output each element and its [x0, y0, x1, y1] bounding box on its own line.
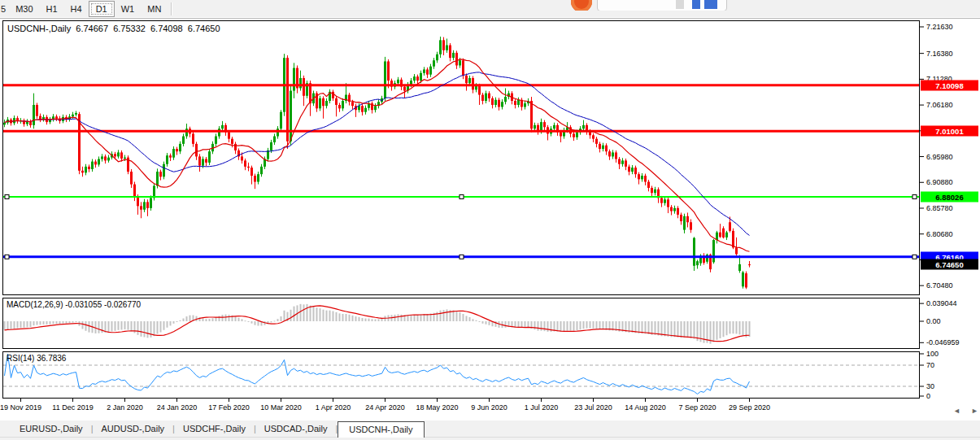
timeframe-button-w1[interactable]: W1	[115, 1, 142, 17]
hline-price-badge: 7.10098	[921, 80, 978, 90]
macd-tick-label: 0.00	[926, 317, 941, 325]
ohlc-high: 6.75332	[113, 24, 146, 33]
hline-price-badge: 7.01001	[921, 126, 978, 137]
blue-icon	[692, 0, 700, 9]
macd-signal-value: -0.026770	[104, 300, 141, 309]
price-tick-label: 6.85780	[926, 204, 953, 212]
macd-main-value: -0.031055	[65, 300, 102, 309]
date-tick-label: 11 Dec 2019	[52, 403, 93, 412]
date-tick-label: 17 Feb 2020	[208, 403, 250, 412]
timeframe-button-mn[interactable]: MN	[141, 1, 168, 17]
broker-logo-inner	[564, 0, 739, 11]
hline-price-badge: 6.88026	[921, 192, 978, 203]
price-tick-label: 7.16380	[926, 50, 953, 58]
rsi-tick-label: 100	[926, 350, 939, 358]
grid-icon	[676, 0, 684, 9]
rsi-tick-label: 70	[926, 361, 934, 369]
chart-tab-bar: EURUSD-,Daily|AUDUSD-,Daily|USDCHF-,Dail…	[0, 420, 980, 437]
rsi-tick-label: 30	[926, 382, 934, 390]
ohlc-close: 6.74650	[188, 24, 220, 33]
date-tick-label: 18 May 2020	[416, 403, 458, 412]
ohlc-low: 6.74098	[150, 24, 183, 33]
date-tick-label: 29 Sep 2020	[729, 403, 770, 412]
date-tick-label: 1 Jul 2020	[525, 403, 559, 412]
status-strip	[0, 437, 980, 440]
price-tick-label: 7.06180	[926, 101, 953, 109]
date-tick-label: 7 Sep 2020	[678, 403, 716, 412]
rsi-pane[interactable]	[2, 351, 920, 399]
scroll-right-arrow[interactable]: ►	[971, 407, 978, 415]
price-tick-label: 6.95980	[926, 153, 953, 161]
mt4-chart-window: 5M30H1H4D1W1MN USDCNH-,Daily 6.74667 6.7…	[0, 0, 980, 440]
toolbar-separator	[171, 2, 172, 15]
date-tick-label: 23 Jul 2020	[574, 403, 612, 412]
date-tick-label: 2 Jan 2020	[107, 403, 143, 412]
logo-orange-circle-icon	[571, 0, 592, 11]
chart-tab-usdcnh[interactable]: USDCNH-,Daily	[338, 421, 424, 438]
price-tick-label: 6.90880	[926, 178, 953, 186]
timeframe-button-h4[interactable]: H4	[64, 1, 89, 17]
price-chart-pane[interactable]	[2, 20, 920, 295]
date-tick-label: 14 Aug 2020	[625, 403, 666, 412]
rsi-name: RSI(14)	[7, 354, 34, 363]
rsi-indicator-label: RSI(14) 36.7836	[7, 354, 66, 363]
macd-indicator-label: MACD(12,26,9) -0.031055 -0.026770	[7, 300, 141, 309]
macd-tick-label: -0.046959	[926, 338, 960, 346]
rsi-tick-label: 0	[926, 392, 930, 400]
price-tick-label: 6.70480	[926, 281, 953, 290]
chart-tab-eurusd[interactable]: EURUSD-,Daily	[11, 421, 91, 437]
date-tick-label: 19 Nov 2019	[0, 403, 41, 412]
macd-name: MACD(12,26,9)	[7, 300, 63, 309]
macd-tick-label: 0.039044	[926, 299, 957, 307]
date-tick-label: 24 Apr 2020	[365, 403, 405, 412]
date-tick-label: 10 Mar 2020	[260, 403, 302, 412]
chart-tab-usdchf[interactable]: USDCHF-,Daily	[175, 421, 254, 437]
timeframe-button-5[interactable]: 5	[0, 1, 9, 17]
broker-logo	[564, 0, 739, 11]
scroll-left-arrow[interactable]: ◄	[953, 407, 960, 415]
rsi-value: 36.7836	[37, 354, 66, 363]
timeframe-button-h1[interactable]: H1	[40, 1, 64, 17]
price-tick-label: 7.21630	[926, 23, 953, 31]
timeframe-button-m30[interactable]: M30	[9, 1, 39, 17]
ohlc-open: 6.74667	[76, 24, 108, 33]
price-tick-label: 6.80680	[926, 230, 953, 238]
timeframe-toolbar: 5M30H1H4D1W1MN	[0, 0, 980, 19]
date-tick-label: 9 Jun 2020	[471, 403, 507, 412]
timeframe-button-d1[interactable]: D1	[89, 1, 115, 17]
chart-tab-audusd[interactable]: AUDUSD-,Daily	[93, 421, 172, 437]
chart-symbol-period: USDCNH-,Daily	[7, 24, 71, 33]
logo-toolbar-pill	[597, 0, 727, 11]
date-tick-label: 1 Apr 2020	[316, 403, 351, 412]
data-window: USDCNH-,Daily 6.74667 6.75332 6.74098 6.…	[7, 24, 223, 33]
chart-tab-usdcad[interactable]: USDCAD-,Daily	[256, 421, 336, 437]
current-price-badge: 6.74650	[921, 259, 978, 270]
date-tick-label: 24 Jan 2020	[157, 403, 198, 412]
blue-text-icon	[704, 0, 717, 9]
